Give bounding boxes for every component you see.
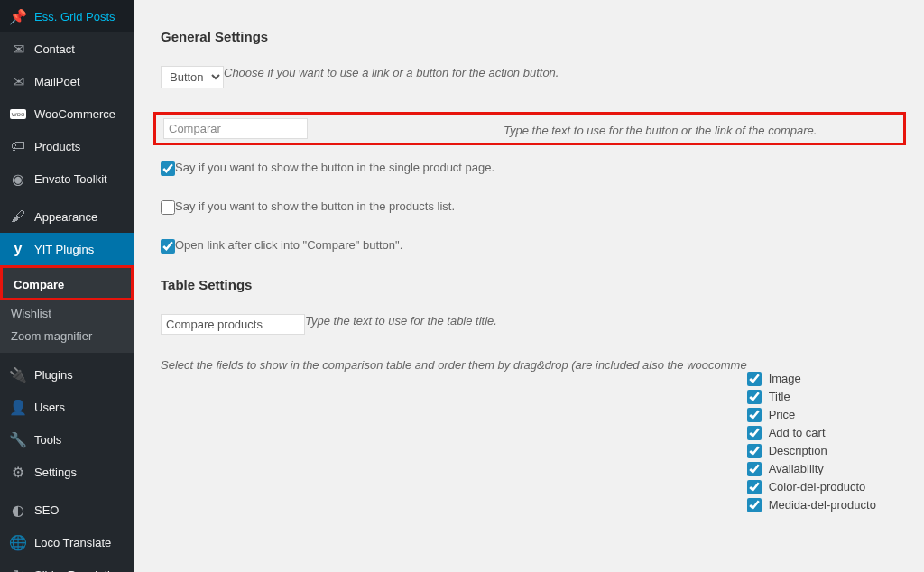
row-show-single: Say if you want to show the button in th… — [161, 161, 906, 176]
menu-yit-plugins[interactable]: y YIT Plugins — [0, 233, 134, 265]
field-medida[interactable]: Medida-del-producto — [747, 497, 876, 512]
checkbox-field-medida[interactable] — [747, 498, 762, 512]
desc-table-title: Type the text to use for the table title… — [305, 314, 497, 328]
field-price[interactable]: Price — [747, 407, 876, 422]
row-lightbox: Open link after click into "Compare" but… — [161, 238, 906, 254]
refresh-icon: ↻ — [9, 566, 27, 572]
mail-icon: ✉ — [9, 72, 27, 90]
desc-fields-to-show: Select the fields to show in the compari… — [161, 358, 747, 372]
menu-mailpoet[interactable]: ✉ MailPoet — [0, 65, 134, 97]
field-description[interactable]: Description — [747, 443, 876, 458]
section-general-heading: General Settings — [161, 29, 906, 44]
input-table-title[interactable] — [161, 314, 305, 335]
field-title[interactable]: Title — [747, 389, 876, 404]
checkbox-field-title[interactable] — [747, 390, 762, 404]
menu-products[interactable]: 🏷 Products — [0, 130, 134, 162]
seo-icon: ◐ — [9, 501, 27, 519]
row-link-or-button: Button Choose if you want to use a link … — [161, 66, 906, 88]
field-availability[interactable]: Availability — [747, 461, 876, 476]
globe-icon: 🌐 — [9, 533, 27, 551]
menu-plugins[interactable]: 🔌 Plugins — [0, 358, 134, 391]
submenu-wishlist[interactable]: Wishlist — [0, 302, 134, 325]
desc-show-list: Say if you want to show the button in th… — [175, 199, 455, 213]
user-icon: 👤 — [9, 398, 27, 416]
desc-show-single: Say if you want to show the button in th… — [175, 161, 494, 174]
menu-seo[interactable]: ◐ SEO — [0, 494, 134, 526]
menu-contact[interactable]: ✉ Contact — [0, 32, 134, 65]
woo-icon: woo — [9, 105, 27, 123]
checkbox-field-availability[interactable] — [747, 462, 762, 476]
plugin-icon: 🔌 — [9, 365, 27, 383]
menu-loco-translate[interactable]: 🌐 Loco Translate — [0, 526, 134, 558]
leaf-icon: ◉ — [9, 170, 27, 188]
checkbox-field-color[interactable] — [747, 480, 762, 494]
checkbox-show-single[interactable] — [161, 161, 175, 176]
admin-sidebar: 📌 Ess. Grid Posts ✉ Contact ✉ MailPoet w… — [0, 0, 134, 572]
checkbox-field-image[interactable] — [747, 372, 762, 386]
desc-link-button-text: Type the text to use for the button or t… — [504, 124, 817, 137]
row-table-title: Type the text to use for the table title… — [161, 314, 906, 335]
checkbox-field-price[interactable] — [747, 408, 762, 422]
field-add-to-cart[interactable]: Add to cart — [747, 425, 876, 440]
desc-lightbox: Open link after click into "Compare" but… — [175, 238, 402, 252]
yit-submenu-rest: Wishlist Zoom magnifier — [0, 300, 134, 353]
menu-woocommerce[interactable]: woo WooCommerce — [0, 97, 134, 130]
section-table-heading: Table Settings — [161, 277, 906, 292]
yit-icon: y — [9, 240, 27, 258]
menu-tools[interactable]: 🔧 Tools — [0, 423, 134, 456]
field-image[interactable]: Image — [747, 371, 876, 386]
yit-submenu: Compare — [0, 265, 134, 300]
row-show-list: Say if you want to show the button in th… — [161, 199, 906, 215]
menu-envato-toolkit[interactable]: ◉ Envato Toolkit — [0, 162, 134, 195]
sliders-icon: ⚙ — [9, 463, 27, 481]
mail-icon: ✉ — [9, 40, 27, 58]
checkbox-field-add-to-cart[interactable] — [747, 426, 762, 440]
brush-icon: 🖌 — [9, 208, 27, 226]
checkbox-lightbox[interactable] — [161, 239, 175, 254]
checkbox-show-list[interactable] — [161, 200, 175, 215]
cart-icon: 🏷 — [9, 137, 27, 155]
menu-ess-grid-posts[interactable]: 📌 Ess. Grid Posts — [0, 0, 134, 32]
wrench-icon: 🔧 — [9, 430, 27, 448]
checkbox-field-description[interactable] — [747, 444, 762, 458]
menu-users[interactable]: 👤 Users — [0, 391, 134, 423]
field-list: Image Title Price Add to cart Descriptio… — [747, 371, 876, 512]
pin-icon: 📌 — [9, 7, 27, 25]
settings-main: General Settings Button Choose if you wa… — [134, 0, 924, 572]
menu-settings[interactable]: ⚙ Settings — [0, 456, 134, 488]
submenu-zoom-magnifier[interactable]: Zoom magnifier — [0, 325, 134, 347]
menu-appearance[interactable]: 🖌 Appearance — [0, 200, 134, 233]
desc-link-or-button: Choose if you want to use a link or a bu… — [224, 66, 559, 79]
row-fields-to-show: Select the fields to show in the compari… — [161, 358, 906, 512]
input-link-button-text[interactable] — [163, 118, 308, 139]
submenu-compare[interactable]: Compare — [3, 273, 131, 296]
menu-slider-revolution[interactable]: ↻ Slider Revolution — [0, 558, 134, 572]
field-color[interactable]: Color-del-producto — [747, 479, 876, 494]
select-link-or-button[interactable]: Button — [161, 66, 224, 88]
